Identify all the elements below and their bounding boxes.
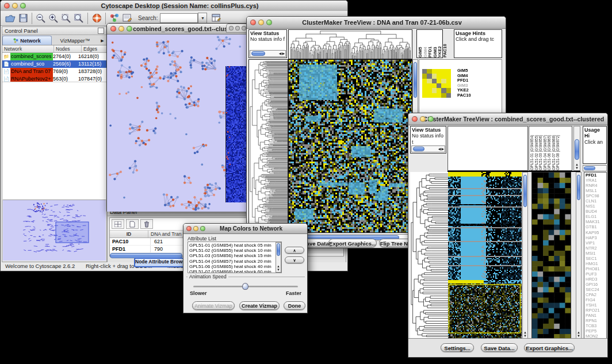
- tv1-matrix-cell[interactable]: [422, 79, 427, 83]
- tv2-gene-item[interactable]: SEC24: [586, 287, 606, 292]
- attribute-listbox[interactable]: GPL51-01 (GSM854) heat shock 05 minGPL51…: [188, 242, 282, 273]
- search-input[interactable]: [160, 13, 198, 23]
- attribute-list-item[interactable]: GPL51-06 (GSM865) heat shock 40 min: [189, 264, 281, 269]
- minimize-icon[interactable]: [118, 26, 124, 32]
- attribute-list-item[interactable]: GPL51-04 (GSM857) heat shock 20 min: [189, 259, 281, 264]
- tv1-matrix-cell[interactable]: [446, 69, 451, 74]
- animation-speed-slider[interactable]: [193, 286, 298, 288]
- close-icon[interactable]: [186, 226, 192, 231]
- network-table-column-network[interactable]: Network: [2, 45, 54, 52]
- tv1-export-graphics-button[interactable]: Export Graphics...: [328, 239, 377, 247]
- tv2-heatmap-vscrollbar[interactable]: ▲▼: [522, 172, 528, 339]
- tv1-matrix-cell[interactable]: [427, 74, 431, 78]
- tv1-matrix-cell[interactable]: [437, 74, 441, 78]
- tv2-status-scrollbar[interactable]: ◀▶: [411, 145, 445, 152]
- inactive-zoom-icon[interactable]: [242, 26, 246, 30]
- tv1-matrix-cell[interactable]: [446, 83, 451, 88]
- tv2-gene-item[interactable]: HAP3: [586, 235, 606, 240]
- search-dropdown-button[interactable]: ▼: [198, 13, 207, 24]
- delete-trash-icon[interactable]: [140, 219, 153, 229]
- tv1-matrix-cell[interactable]: [427, 93, 431, 98]
- tv2-gene-item[interactable]: BUD4: [586, 209, 606, 214]
- tv2-gene-list[interactable]: PFD1YRA1RNR4MSL1SPC98CLN1NIS1BUD4ELG1MAK…: [584, 172, 607, 339]
- tv2-gene-item[interactable]: CLN1: [586, 198, 606, 204]
- inactive-minimize-icon[interactable]: [235, 26, 240, 30]
- dialog-titlebar[interactable]: Map Colors to Network: [183, 224, 307, 234]
- tv2-zoom-vscrollbar[interactable]: ▲▼: [576, 172, 582, 339]
- tv1-row-dendrogram[interactable]: [248, 59, 288, 233]
- tv1-matrix-cell[interactable]: [432, 79, 437, 83]
- attribute-list-item[interactable]: GPL51-02 (GSM855) heat shock 10 min: [189, 248, 281, 253]
- tv1-matrix-cell[interactable]: [437, 79, 441, 83]
- zoom-out-icon[interactable]: [35, 13, 47, 24]
- slider-thumb[interactable]: [242, 283, 248, 290]
- tv2-gene-item[interactable]: HRD3: [586, 277, 606, 282]
- tv2-gene-item[interactable]: MSL1: [586, 188, 606, 193]
- tv2-gene-item[interactable]: CPA2: [586, 292, 606, 297]
- tv2-gene-item[interactable]: NTR2: [586, 246, 606, 251]
- tv2-gene-item[interactable]: KAP95: [586, 230, 606, 235]
- done-button[interactable]: Done: [284, 301, 305, 310]
- network-overview-thumbnail[interactable]: [3, 200, 106, 260]
- tv1-matrix-cell[interactable]: [427, 79, 431, 83]
- tv1-submatrix-heatmap[interactable]: [422, 69, 451, 98]
- tv1-matrix-cell[interactable]: [441, 79, 446, 83]
- animate-vizmap-button[interactable]: Animate Vizmap: [192, 301, 235, 310]
- tv1-matrix-cell[interactable]: [446, 79, 451, 83]
- network-table-column-nodes[interactable]: Nodes: [54, 45, 82, 52]
- tv1-matrix-cell[interactable]: [446, 93, 451, 98]
- zoom-window-icon[interactable]: [266, 20, 272, 25]
- network-overview-panel[interactable]: [3, 200, 106, 261]
- tv1-matrix-cell[interactable]: [432, 69, 437, 74]
- tv2-zoom-heatmap[interactable]: [531, 172, 571, 340]
- tv1-column-dendrogram[interactable]: [288, 29, 412, 59]
- minimize-icon[interactable]: [193, 226, 198, 231]
- inactive-close-icon[interactable]: [229, 26, 234, 30]
- tv1-matrix-cell[interactable]: [422, 88, 427, 93]
- tv2-gene-item[interactable]: YRA1: [586, 178, 606, 183]
- tab-vizmapper[interactable]: VizMapper™: [52, 37, 98, 45]
- network-table-row[interactable]: 📄combined_sco2569(6)13112(15): [2, 60, 106, 68]
- tv1-matrix-cell[interactable]: [422, 93, 427, 98]
- new-attribute-icon[interactable]: [126, 219, 139, 229]
- tv1-matrix-cell[interactable]: [422, 83, 427, 88]
- zoom-window-icon[interactable]: [428, 116, 434, 122]
- tab-overflow-button[interactable]: ▶: [98, 37, 106, 45]
- zoom-selected-icon[interactable]: [72, 13, 85, 24]
- tv1-matrix-cell[interactable]: [437, 88, 441, 93]
- tv2-settings-button[interactable]: Settings...: [441, 343, 474, 352]
- column-id[interactable]: ID: [110, 231, 148, 237]
- open-folder-icon[interactable]: [4, 13, 17, 24]
- network-table-row[interactable]: 📁combined_scores2764(0)16218(0): [2, 53, 106, 60]
- tv1-matrix-cell[interactable]: [437, 93, 441, 98]
- zoom-fit-icon[interactable]: [60, 13, 72, 24]
- tv1-matrix-cell[interactable]: [427, 88, 431, 93]
- tv1-matrix-cell[interactable]: [422, 69, 427, 74]
- tv2-gene-item[interactable]: RPO21: [586, 308, 606, 313]
- minimize-icon[interactable]: [420, 116, 426, 122]
- tv1-matrix-cell[interactable]: [446, 88, 451, 93]
- tv2-gene-item[interactable]: MSI1: [586, 251, 606, 256]
- tv2-gene-item[interactable]: PUF3: [586, 271, 606, 277]
- tv2-row-dendrogram[interactable]: [410, 172, 448, 339]
- attribute-list-item[interactable]: GPL51-01 (GSM854) heat shock 05 min: [189, 243, 281, 248]
- tv1-heatmap[interactable]: [288, 59, 412, 233]
- tv2-gene-item[interactable]: SPC98: [586, 193, 606, 198]
- help-ring-icon[interactable]: [90, 13, 103, 24]
- tv2-gene-item[interactable]: PAN1: [586, 313, 606, 318]
- table-grid-icon[interactable]: [112, 219, 124, 229]
- tv1-matrix-cell[interactable]: [432, 83, 437, 88]
- tv2-gene-item[interactable]: RPN1: [586, 318, 606, 323]
- tv2-gene-item[interactable]: PFD1: [586, 173, 606, 178]
- tv2-gene-item[interactable]: PEP5: [586, 328, 606, 334]
- tv2-gene-item[interactable]: TCB3: [586, 323, 606, 328]
- tv1-matrix-cell[interactable]: [441, 69, 446, 74]
- tv2-gene-item[interactable]: YSH1: [586, 302, 606, 308]
- close-icon[interactable]: [4, 3, 10, 9]
- close-icon[interactable]: [110, 26, 116, 32]
- save-disk-icon[interactable]: [17, 13, 29, 24]
- tv2-gene-item[interactable]: PHO81: [586, 266, 606, 271]
- tv2-gene-item[interactable]: HMG1: [586, 261, 606, 266]
- attribute-list-item[interactable]: GPL51-03 (GSM856) heat shock 15 min: [189, 253, 281, 258]
- tv2-toplabels-vscrollbar[interactable]: ▲▼: [573, 126, 580, 171]
